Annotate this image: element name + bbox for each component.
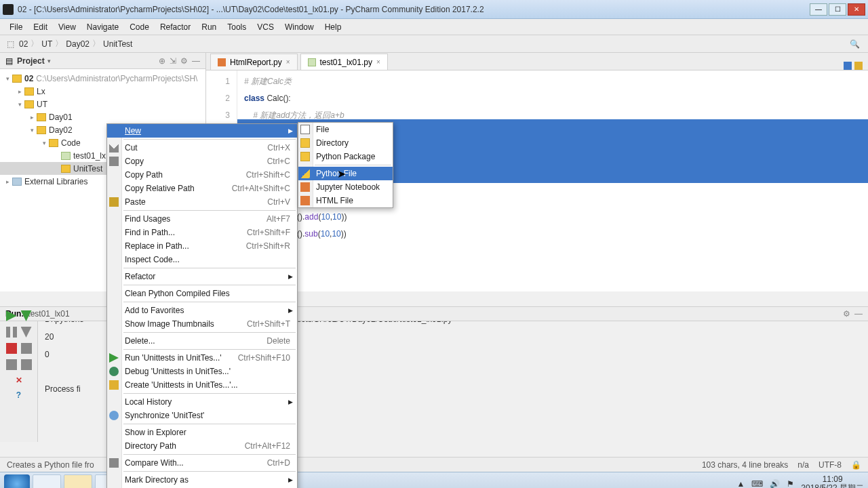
ctx-replace-in-path[interactable]: Replace in Path...Ctrl+Shift+R	[107, 239, 297, 253]
menu-help[interactable]: Help	[319, 20, 347, 34]
ctx-copy[interactable]: CopyCtrl+C	[107, 155, 297, 168]
ctx-mark-directory[interactable]: Mark Directory as▶	[107, 473, 297, 487]
ctx-create-unittests[interactable]: Create 'Unittests in UnitTes...'...	[107, 378, 297, 392]
menu-tools[interactable]: Tools	[222, 20, 252, 34]
collapse-icon[interactable]: ⇲	[170, 56, 176, 66]
new-html-file[interactable]: HTML File	[298, 194, 393, 207]
ctx-directory-path[interactable]: Directory PathCtrl+Alt+F12	[107, 439, 297, 453]
ctx-new[interactable]: New▶	[107, 124, 297, 138]
tree-ut[interactable]: UT	[37, 100, 47, 109]
new-python-file[interactable]: Python File	[298, 167, 393, 180]
lock-icon[interactable]: 🔒	[851, 460, 861, 470]
gear-icon[interactable]: ⚙	[843, 309, 850, 319]
ctx-paste[interactable]: PasteCtrl+V	[107, 195, 297, 209]
tray-up-icon[interactable]: ▲	[736, 479, 745, 489]
tree-unittest[interactable]: UnitTest	[73, 164, 102, 174]
crumb-1[interactable]: UT	[41, 39, 52, 49]
maximize-button[interactable]: ☐	[829, 3, 846, 16]
ctx-find-in-path[interactable]: Find in Path...Ctrl+Shift+F	[107, 226, 297, 239]
ctx-inspect-code[interactable]: Inspect Code...	[107, 253, 297, 266]
ctx-show-explorer[interactable]: Show in Explorer	[107, 426, 297, 439]
status-chars: 103 chars, 4 line breaks	[702, 460, 788, 470]
system-tray[interactable]: ▲ ⌨ 🔊 ⚑ 11:092018/5/22 星期二	[736, 475, 864, 489]
tray-volume-icon[interactable]: 🔊	[770, 479, 780, 489]
tree-code[interactable]: Code	[61, 138, 81, 148]
taskbar-chrome[interactable]	[64, 474, 92, 489]
taskbar-explorer[interactable]	[33, 474, 61, 489]
tree-day01[interactable]: Day01	[49, 113, 73, 122]
menu-refactor[interactable]: Refactor	[155, 20, 196, 34]
close-icon[interactable]: ×	[376, 58, 380, 66]
menu-vcs[interactable]: VCS	[252, 20, 279, 34]
yellow-icon[interactable]	[854, 62, 863, 70]
menu-navigate[interactable]: Navigate	[81, 20, 124, 34]
ctx-debug-unittests[interactable]: Debug 'Unittests in UnitTes...'	[107, 365, 297, 378]
menu-run[interactable]: Run	[196, 20, 222, 34]
ctx-copy-path[interactable]: Copy PathCtrl+Shift+C	[107, 168, 297, 182]
tray-ime-icon[interactable]: ⌨	[751, 479, 763, 489]
close-button[interactable]: ✕	[848, 3, 865, 16]
ctx-compare-with[interactable]: Compare With...Ctrl+D	[107, 456, 297, 470]
crumb-2[interactable]: Day02	[66, 39, 90, 49]
blue-icon[interactable]	[844, 62, 852, 70]
ctx-show-thumbnails[interactable]: Show Image ThumbnailsCtrl+Shift+T	[107, 317, 297, 331]
status-encoding[interactable]: UTF-8	[818, 460, 842, 470]
run-toolbar: ✕ ?	[0, 306, 38, 442]
hide-icon[interactable]: —	[854, 309, 863, 319]
menu-code[interactable]: Code	[124, 20, 155, 34]
menu-file[interactable]: File	[4, 20, 28, 34]
menu-edit[interactable]: Edit	[28, 20, 53, 34]
tree-test01[interactable]: test01_lx	[73, 151, 106, 161]
ctx-synchronize[interactable]: Synchronize 'UnitTest'	[107, 409, 297, 422]
menu-window[interactable]: Window	[279, 20, 319, 34]
chevron-down-icon[interactable]: ▾	[47, 58, 51, 64]
ctx-clean-compiled[interactable]: Clean Python Compiled Files	[107, 287, 297, 300]
wrap-icon[interactable]	[21, 343, 32, 354]
tree-lx[interactable]: Lx	[37, 87, 45, 96]
ctx-local-history[interactable]: Local History▶	[107, 395, 297, 409]
search-icon[interactable]: 🔍	[850, 39, 860, 49]
context-menu: New▶ CutCtrl+X CopyCtrl+C Copy PathCtrl+…	[106, 123, 298, 488]
ctx-copy-relative-path[interactable]: Copy Relative PathCtrl+Alt+Shift+C	[107, 182, 297, 195]
tab-test01[interactable]: test01_lx01.py×	[300, 54, 388, 70]
new-jupyter-notebook[interactable]: Jupyter Notebook	[298, 180, 393, 194]
new-python-package[interactable]: Python Package	[298, 150, 393, 163]
down-icon[interactable]	[21, 327, 32, 338]
gear-icon[interactable]: ⚙	[180, 56, 188, 66]
tree-external-libraries[interactable]: External Libraries	[24, 177, 87, 186]
stop-icon[interactable]	[6, 343, 17, 354]
start-button[interactable]	[4, 474, 30, 489]
target-icon[interactable]: ⊕	[159, 56, 165, 66]
ctx-refactor[interactable]: Refactor▶	[107, 270, 297, 283]
print-icon[interactable]	[6, 359, 17, 370]
status-hint: Creates a Python file fro	[7, 460, 94, 470]
pause-icon[interactable]	[6, 327, 17, 338]
hide-icon[interactable]: —	[192, 56, 200, 66]
copy-icon	[109, 157, 119, 166]
tab-htmlreport[interactable]: HtmlReport.py×	[210, 54, 298, 70]
close-icon[interactable]: ✕	[16, 375, 22, 385]
new-file[interactable]: File	[298, 123, 393, 136]
crumb-3[interactable]: UnitTest	[103, 39, 132, 49]
minimize-button[interactable]: —	[810, 3, 827, 16]
ctx-run-unittests[interactable]: Run 'Unittests in UnitTes...'Ctrl+Shift+…	[107, 351, 297, 365]
close-icon[interactable]: ×	[286, 58, 290, 66]
ctx-delete[interactable]: Delete...Delete	[107, 334, 297, 348]
trash-icon[interactable]	[21, 359, 32, 370]
crumb-0[interactable]: 02	[19, 39, 28, 49]
ctx-find-usages[interactable]: Find UsagesAlt+F7	[107, 212, 297, 226]
tree-root[interactable]: 02	[24, 74, 33, 83]
help-icon[interactable]: ?	[16, 390, 21, 400]
tree-day02[interactable]: Day02	[49, 125, 73, 135]
clock[interactable]: 11:092018/5/22 星期二	[801, 475, 864, 489]
project-dropdown-icon[interactable]: ▤	[5, 56, 13, 66]
sidebar-label[interactable]: Project	[17, 56, 45, 66]
run-icon	[109, 353, 119, 363]
ctx-add-favorites[interactable]: Add to Favorites▶	[107, 304, 297, 317]
run-config-name[interactable]: test01_lx01	[28, 309, 69, 319]
back-icon[interactable]: ⬚	[4, 38, 16, 50]
new-directory[interactable]: Directory	[298, 136, 393, 150]
ctx-cut[interactable]: CutCtrl+X	[107, 141, 297, 155]
tray-flag-icon[interactable]: ⚑	[787, 479, 794, 489]
menu-view[interactable]: View	[53, 20, 81, 34]
